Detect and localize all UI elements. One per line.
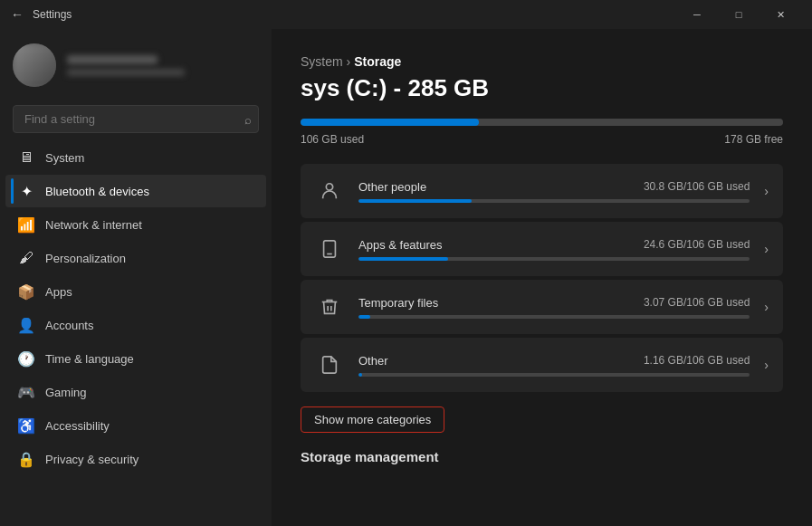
storage-item-3[interactable]: Other 1.16 GB/106 GB used › <box>301 338 783 392</box>
sidebar-item-label-time: Time & language <box>45 352 134 366</box>
search-icon: ⌕ <box>244 112 252 126</box>
storage-item-top-2: Temporary files 3.07 GB/106 GB used <box>358 296 750 310</box>
storage-item-chevron-1: › <box>764 242 769 256</box>
storage-item-body-0: Other people 30.8 GB/106 GB used <box>358 180 750 203</box>
storage-item-top-0: Other people 30.8 GB/106 GB used <box>358 180 750 194</box>
personalization-icon: 🖌 <box>18 250 34 266</box>
sidebar-item-label-network: Network & internet <box>45 218 142 232</box>
storage-item-bar-container-3 <box>358 373 750 377</box>
storage-item-bar-container-2 <box>358 315 750 319</box>
bluetooth-icon: ✦ <box>18 183 34 199</box>
sidebar: ⌕ 🖥 System ✦ Bluetooth & devices 📶 Netwo… <box>0 29 272 526</box>
sidebar-item-apps[interactable]: 📦 Apps <box>5 275 266 308</box>
storage-item-chevron-2: › <box>764 300 769 314</box>
storage-item-top-1: Apps & features 24.6 GB/106 GB used <box>358 238 750 252</box>
sidebar-item-personalization[interactable]: 🖌 Personalization <box>5 242 266 274</box>
storage-item-icon-1 <box>315 234 344 263</box>
user-info <box>67 55 185 76</box>
storage-item-icon-3 <box>315 350 344 379</box>
search-input[interactable] <box>13 105 259 133</box>
sidebar-item-system[interactable]: 🖥 System <box>5 141 266 174</box>
storage-list: Other people 30.8 GB/106 GB used › Apps … <box>301 164 783 392</box>
system-icon: 🖥 <box>18 149 34 166</box>
sidebar-item-time[interactable]: 🕐 Time & language <box>5 342 266 375</box>
storage-item-chevron-3: › <box>764 358 769 372</box>
sidebar-item-accessibility[interactable]: ♿ Accessibility <box>5 409 266 442</box>
storage-item-bar-1 <box>358 257 448 261</box>
storage-management-title: Storage management <box>301 449 783 464</box>
svg-point-0 <box>326 184 332 190</box>
storage-item-bar-container-1 <box>358 257 750 261</box>
network-icon: 📶 <box>18 216 34 233</box>
back-button[interactable]: ← <box>11 7 24 22</box>
sidebar-item-label-gaming: Gaming <box>45 386 87 399</box>
storage-item-top-3: Other 1.16 GB/106 GB used <box>358 354 750 368</box>
username <box>67 55 158 64</box>
drive-bar-used <box>301 119 479 126</box>
storage-item-icon-2 <box>315 292 344 321</box>
storage-item-bar-2 <box>358 315 370 319</box>
storage-item-name-3: Other <box>358 354 388 368</box>
show-more-button[interactable]: Show more categories <box>301 406 444 433</box>
accessibility-icon: ♿ <box>18 417 34 434</box>
privacy-icon: 🔒 <box>18 451 34 467</box>
storage-item-name-0: Other people <box>358 180 426 194</box>
storage-item-body-3: Other 1.16 GB/106 GB used <box>358 354 750 377</box>
breadcrumb-current: Storage <box>354 54 401 69</box>
storage-item-body-2: Temporary files 3.07 GB/106 GB used <box>358 296 750 319</box>
sidebar-item-label-accessibility: Accessibility <box>45 419 110 433</box>
breadcrumb: System › Storage <box>301 54 783 69</box>
storage-item-0[interactable]: Other people 30.8 GB/106 GB used › <box>301 164 783 218</box>
storage-item-1[interactable]: Apps & features 24.6 GB/106 GB used › <box>301 222 783 276</box>
sidebar-item-gaming[interactable]: 🎮 Gaming <box>5 376 266 408</box>
storage-item-bar-3 <box>358 373 362 377</box>
storage-item-name-1: Apps & features <box>358 238 443 252</box>
main-layout: ⌕ 🖥 System ✦ Bluetooth & devices 📶 Netwo… <box>0 29 812 526</box>
apps-icon: 📦 <box>18 283 34 300</box>
sidebar-item-label-bluetooth: Bluetooth & devices <box>45 185 149 198</box>
storage-item-size-1: 24.6 GB/106 GB used <box>644 238 750 251</box>
gaming-icon: 🎮 <box>18 384 34 400</box>
storage-item-bar-0 <box>358 199 472 203</box>
drive-bar-container <box>301 119 783 126</box>
sidebar-item-label-privacy: Privacy & security <box>45 453 139 466</box>
storage-item-chevron-0: › <box>764 184 769 198</box>
breadcrumb-parent: System <box>301 54 343 69</box>
storage-item-name-2: Temporary files <box>358 296 438 310</box>
sidebar-item-network[interactable]: 📶 Network & internet <box>5 208 266 241</box>
storage-item-bar-container-0 <box>358 199 750 203</box>
storage-item-icon-0 <box>315 177 344 206</box>
close-button[interactable]: ✕ <box>759 0 801 29</box>
svg-rect-1 <box>324 241 336 257</box>
sidebar-profile <box>0 29 272 101</box>
drive-used-label: 106 GB used <box>301 133 364 146</box>
sidebar-item-bluetooth[interactable]: ✦ Bluetooth & devices <box>5 175 266 207</box>
maximize-button[interactable]: □ <box>718 0 759 29</box>
avatar <box>13 43 56 87</box>
accounts-icon: 👤 <box>18 317 34 333</box>
sidebar-item-label-system: System <box>45 151 84 165</box>
time-icon: 🕐 <box>18 350 34 367</box>
storage-item-2[interactable]: Temporary files 3.07 GB/106 GB used › <box>301 280 783 334</box>
breadcrumb-sep: › <box>343 54 354 69</box>
sidebar-search-container: ⌕ <box>13 105 259 133</box>
minimize-button[interactable]: ─ <box>676 0 718 29</box>
sidebar-item-label-apps: Apps <box>45 285 72 299</box>
app-title: Settings <box>33 8 72 21</box>
sidebar-item-label-accounts: Accounts <box>45 319 93 332</box>
main-content: System › Storage sys (C:) - 285 GB 106 G… <box>272 29 812 526</box>
sidebar-item-accounts[interactable]: 👤 Accounts <box>5 309 266 341</box>
sidebar-item-label-personalization: Personalization <box>45 252 126 265</box>
window-controls: ─ □ ✕ <box>676 0 801 29</box>
drive-info: 106 GB used 178 GB free <box>301 119 783 146</box>
storage-item-size-3: 1.16 GB/106 GB used <box>644 354 750 367</box>
drive-free-label: 178 GB free <box>724 133 783 146</box>
sidebar-item-privacy[interactable]: 🔒 Privacy & security <box>5 443 266 475</box>
storage-item-size-0: 30.8 GB/106 GB used <box>644 180 750 193</box>
titlebar: ← Settings ─ □ ✕ <box>0 0 812 29</box>
nav-list: 🖥 System ✦ Bluetooth & devices 📶 Network… <box>0 140 272 476</box>
page-title: sys (C:) - 285 GB <box>301 74 783 102</box>
storage-item-size-2: 3.07 GB/106 GB used <box>644 296 750 309</box>
storage-item-body-1: Apps & features 24.6 GB/106 GB used <box>358 238 750 261</box>
drive-bar-labels: 106 GB used 178 GB free <box>301 133 783 146</box>
